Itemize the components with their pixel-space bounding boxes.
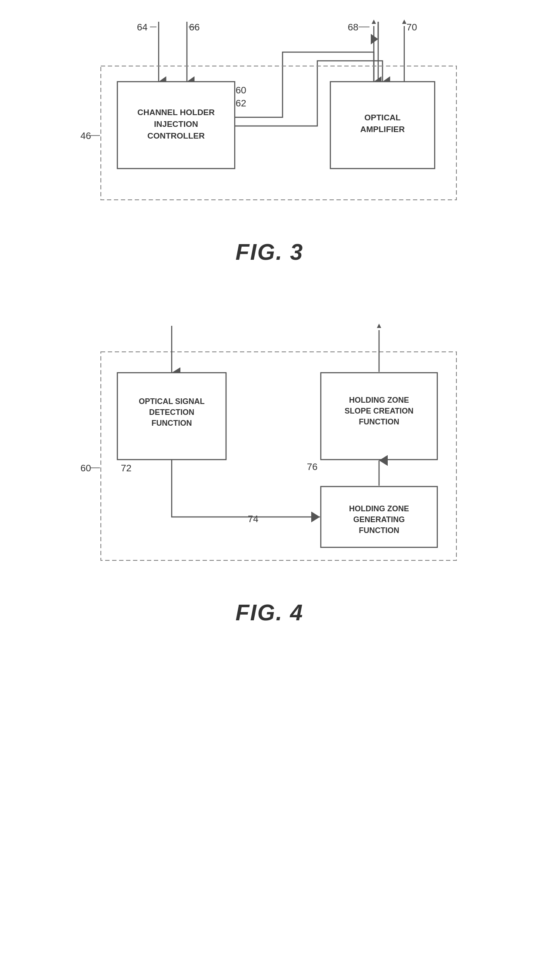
fig4-arrows: 60 OPTICAL SIGNAL DETECTION FUNCTION 72 … (74, 317, 465, 586)
svg-rect-28 (330, 82, 435, 169)
svg-text:FUNCTION: FUNCTION (152, 419, 192, 427)
svg-text:SLOPE CREATION: SLOPE CREATION (345, 407, 414, 415)
svg-text:76: 76 (307, 461, 317, 472)
svg-text:CONTROLLER: CONTROLLER (147, 131, 205, 140)
svg-text:60: 60 (236, 85, 246, 96)
svg-rect-21 (101, 66, 456, 200)
svg-rect-24 (117, 82, 235, 169)
svg-rect-43 (321, 373, 437, 460)
fig3-diagram: 64 66 60 62 (74, 17, 465, 226)
svg-text:AMPLIFIER: AMPLIFIER (360, 125, 405, 134)
svg-marker-15 (372, 20, 376, 24)
svg-text:FUNCTION: FUNCTION (359, 526, 399, 535)
svg-text:68: 68 (348, 22, 358, 33)
svg-text:66: 66 (189, 22, 200, 33)
page-container: 64 66 60 62 (0, 0, 539, 980)
svg-text:60: 60 (80, 463, 91, 473)
svg-text:DETECTION: DETECTION (149, 408, 194, 417)
svg-text:70: 70 (406, 22, 417, 33)
svg-rect-34 (101, 352, 456, 560)
fig4-section: 60 OPTICAL SIGNAL DETECTION FUNCTION 72 … (26, 317, 513, 639)
fig4-diagram: 60 OPTICAL SIGNAL DETECTION FUNCTION 72 … (74, 317, 465, 586)
svg-text:74: 74 (248, 513, 258, 524)
fig4-title: FIG. 4 (236, 599, 303, 626)
svg-text:CHANNEL HOLDER: CHANNEL HOLDER (137, 108, 215, 117)
svg-text:GENERATING: GENERATING (353, 515, 405, 524)
svg-text:INJECTION: INJECTION (154, 119, 198, 129)
svg-marker-55 (377, 324, 381, 328)
fig3-title: FIG. 3 (236, 239, 303, 265)
svg-text:64: 64 (137, 22, 147, 33)
svg-text:HOLDING ZONE: HOLDING ZONE (349, 396, 409, 404)
svg-text:OPTICAL SIGNAL: OPTICAL SIGNAL (139, 397, 205, 406)
svg-text:FUNCTION: FUNCTION (359, 417, 399, 426)
svg-marker-19 (402, 20, 406, 24)
fig3-section: 64 66 60 62 (26, 17, 513, 278)
svg-rect-48 (321, 487, 437, 547)
svg-text:72: 72 (121, 463, 131, 473)
svg-text:HOLDING ZONE: HOLDING ZONE (349, 504, 409, 513)
svg-text:46: 46 (80, 130, 91, 141)
svg-text:OPTICAL: OPTICAL (364, 113, 401, 122)
svg-text:62: 62 (236, 98, 246, 109)
svg-rect-38 (117, 373, 226, 460)
fig3-arrows: 64 66 60 62 (74, 17, 465, 226)
